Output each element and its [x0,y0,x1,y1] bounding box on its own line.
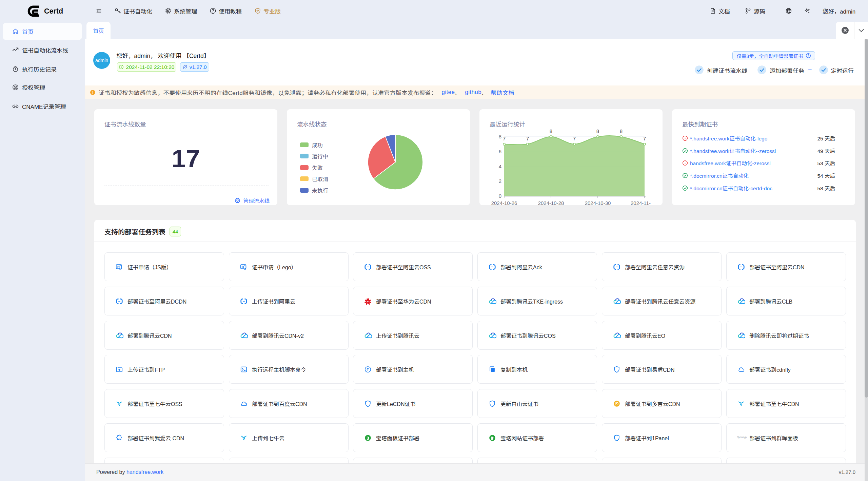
svg-text:2024-10-30: 2024-10-30 [585,200,611,205]
svg-text:7: 7 [503,136,506,141]
svg-text:8: 8 [596,128,599,134]
svg-text:7: 7 [643,136,646,141]
svg-text:8: 8 [499,134,501,139]
svg-text:2024-11-: 2024-11- [631,200,651,205]
svg-text:8: 8 [620,128,623,134]
svg-text:2024-10-26: 2024-10-26 [491,200,517,205]
svg-text:2: 2 [499,178,501,184]
svg-text:7: 7 [526,136,529,141]
svg-text:4: 4 [499,163,501,169]
svg-text:0: 0 [499,193,501,199]
svg-text:2024-10-28: 2024-10-28 [538,200,564,205]
svg-text:6: 6 [499,149,501,154]
svg-text:7: 7 [573,136,576,141]
svg-text:8: 8 [550,128,552,134]
